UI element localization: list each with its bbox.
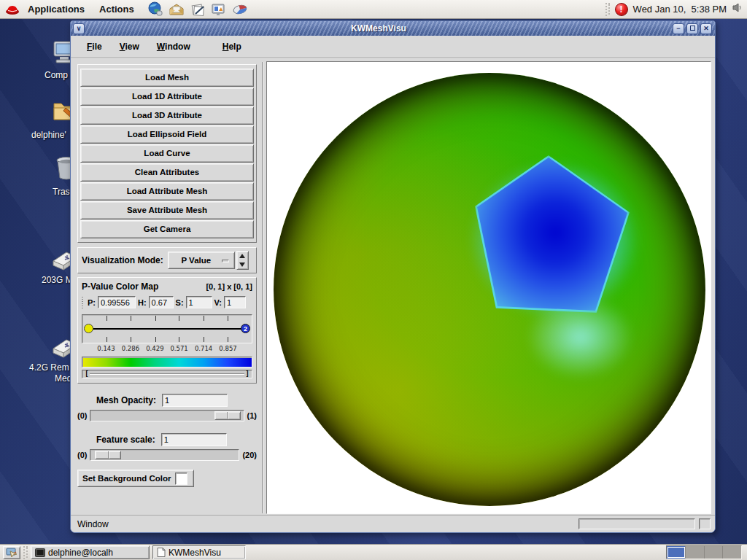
- range-track: [90, 373, 244, 375]
- task-kwmeshvisu[interactable]: KWMeshVisu: [152, 545, 246, 559]
- load-1d-attribute-button[interactable]: Load 1D Attribute: [80, 88, 254, 106]
- feature-scale-block: Feature scale: 1 (0) (20): [77, 433, 257, 461]
- range-left-handle[interactable]: [: [83, 370, 90, 378]
- window-menu-button[interactable]: ∨: [73, 23, 85, 34]
- window-title: KWMeshVisu: [85, 23, 673, 34]
- home-folder-label[interactable]: delphine': [31, 130, 66, 140]
- workspace-switcher: [666, 545, 742, 559]
- panel-separator: [262, 62, 263, 513]
- mesh-opacity-label: Mesh Opacity:: [96, 395, 156, 405]
- s-field-input[interactable]: 1: [186, 296, 212, 308]
- arrow-down-icon: [239, 262, 245, 267]
- pie-chart-icon[interactable]: [232, 1, 248, 18]
- statusbar: Window: [71, 515, 715, 532]
- clean-attributes-button[interactable]: Clean Attributes: [80, 163, 254, 182]
- spinner-up-button[interactable]: [237, 252, 248, 260]
- slider-line: [88, 328, 247, 330]
- volume-icon[interactable]: [732, 2, 743, 16]
- colormap-node-yellow[interactable]: [84, 324, 93, 333]
- visualization-mode-label: Visualization Mode:: [82, 255, 163, 265]
- show-desktop-button[interactable]: [3, 546, 20, 559]
- close-button[interactable]: ✕: [700, 23, 712, 34]
- applications-menu[interactable]: Applications: [20, 4, 92, 15]
- launcher-bar: [147, 1, 248, 18]
- redhat-menu-icon[interactable]: [4, 1, 20, 18]
- statusbar-progress: [578, 518, 695, 529]
- cyan-halo: [274, 73, 705, 506]
- menubar: File View Window Help: [71, 36, 715, 59]
- visualization-mode-dropdown[interactable]: P Value: [168, 252, 235, 269]
- menu-window[interactable]: Window: [150, 39, 198, 55]
- colormap-title: P-Value Color Map: [82, 281, 158, 292]
- mesh-opacity-block: Mesh Opacity: 1 (0) (1): [77, 394, 257, 421]
- feature-scale-input[interactable]: 1: [161, 433, 227, 446]
- writer-icon[interactable]: [190, 1, 206, 18]
- control-panel: Load Mesh Load 1D Attribute Load 3D Attr…: [74, 61, 260, 515]
- taskbar-grip[interactable]: [23, 546, 28, 559]
- usb-drive-2-label[interactable]: 4.2G Rem: [29, 362, 69, 373]
- computer-label[interactable]: Comp: [44, 70, 68, 80]
- window-content: Load Mesh Load 1D Attribute Load 3D Attr…: [71, 59, 715, 516]
- range-right-handle[interactable]: ]: [244, 370, 251, 378]
- menu-view[interactable]: View: [112, 39, 147, 55]
- resize-grip[interactable]: [699, 518, 711, 529]
- panel-grip[interactable]: [605, 3, 610, 16]
- statusbar-text: Window: [77, 519, 109, 529]
- load-3d-attribute-button[interactable]: Load 3D Attribute: [80, 106, 254, 125]
- v-field-input[interactable]: 1: [224, 296, 246, 308]
- arrow-up-icon: [239, 254, 245, 258]
- usb-drive-2-label-2[interactable]: Med: [55, 373, 71, 384]
- fields-grip[interactable]: [82, 297, 85, 308]
- render-viewport[interactable]: [266, 61, 711, 514]
- mesh-opacity-slider[interactable]: [90, 410, 244, 421]
- p-field-input[interactable]: 0.99556: [98, 296, 136, 308]
- presentation-icon[interactable]: [211, 1, 227, 18]
- colormap-node-slider[interactable]: 2: [82, 314, 252, 343]
- set-background-color-button[interactable]: Set Background Color: [77, 470, 194, 487]
- actions-menu[interactable]: Actions: [92, 4, 142, 15]
- task-kwmeshvisu-label: KWMeshVisu: [169, 548, 221, 558]
- top-panel: Applications Actions: [0, 0, 747, 19]
- email-icon[interactable]: [169, 1, 185, 18]
- menu-help[interactable]: Help: [215, 39, 249, 55]
- workspace-1[interactable]: [667, 546, 686, 559]
- workspace-4[interactable]: [723, 546, 741, 559]
- get-camera-button[interactable]: Get Camera: [80, 220, 254, 238]
- visualization-mode-spinner: [236, 251, 249, 270]
- load-attribute-mesh-button[interactable]: Load Attribute Mesh: [80, 182, 254, 201]
- h-field-label: H:: [138, 298, 147, 307]
- clock[interactable]: Wed Jan 10, 5:38 PM: [633, 4, 727, 15]
- colormap-node-blue[interactable]: 2: [241, 324, 250, 333]
- menu-file[interactable]: File: [80, 39, 109, 55]
- workspace-3[interactable]: [705, 546, 724, 559]
- load-mesh-button[interactable]: Load Mesh: [80, 69, 254, 87]
- mesh-sphere[interactable]: [274, 73, 705, 506]
- spinner-down-button[interactable]: [237, 260, 248, 269]
- desktop: Applications Actions: [0, 0, 747, 560]
- load-ellipsoid-field-button[interactable]: Load Ellipsoid Field: [80, 125, 254, 144]
- colormap-gradient-bar: [82, 357, 252, 368]
- h-field-input[interactable]: 0.67: [149, 296, 174, 308]
- titlebar[interactable]: ∨ KWMeshVisu − ✕: [71, 21, 715, 36]
- mesh-opacity-input[interactable]: 1: [162, 394, 228, 407]
- visualization-mode-value: P Value: [181, 256, 211, 265]
- feature-scale-thumb[interactable]: [95, 451, 121, 459]
- feature-scale-slider[interactable]: [90, 449, 239, 461]
- maximize-button[interactable]: [686, 23, 698, 34]
- update-alert-icon[interactable]: !: [615, 3, 628, 16]
- colormap-range-label: [0, 1] x [0, 1]: [206, 282, 252, 291]
- minimize-button[interactable]: −: [673, 23, 684, 34]
- background-color-swatch: [175, 472, 187, 485]
- task-terminal-label: delphine@localh: [48, 548, 113, 558]
- mesh-opacity-thumb[interactable]: [214, 411, 241, 420]
- document-icon: [157, 548, 166, 557]
- load-curve-button[interactable]: Load Curve: [80, 144, 254, 163]
- web-browser-icon[interactable]: [147, 1, 163, 18]
- action-buttons-group: Load Mesh Load 1D Attribute Load 3D Attr…: [77, 64, 257, 243]
- task-terminal[interactable]: delphine@localh: [31, 545, 150, 559]
- save-attribute-mesh-button[interactable]: Save Attribute Mesh: [80, 201, 254, 219]
- trash-label[interactable]: Tras: [53, 187, 70, 197]
- colormap-range-scrollbar[interactable]: [ ]: [82, 370, 252, 378]
- workspace-2[interactable]: [686, 546, 705, 559]
- usb-drive-1-label[interactable]: 203G M: [42, 275, 73, 285]
